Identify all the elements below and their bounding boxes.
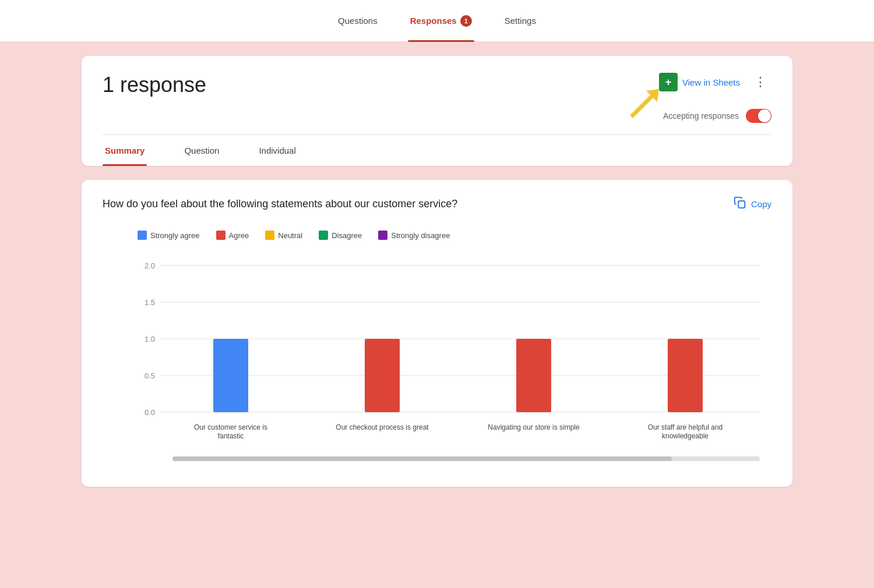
legend-disagree: Disagree — [319, 231, 362, 240]
legend-strongly-agree: Strongly agree — [138, 231, 200, 240]
legend-label-neutral: Neutral — [278, 231, 302, 240]
sub-tab-individual[interactable]: Individual — [256, 135, 298, 166]
question-text: How do you feel about the following stat… — [103, 196, 457, 212]
bar-3-label: Navigating our store is simple — [488, 423, 580, 431]
y-label-10: 1.0 — [145, 335, 155, 343]
sub-tab-summary[interactable]: Summary — [103, 135, 147, 166]
bar-2-agree — [365, 339, 400, 412]
question-card: How do you feel about the following stat… — [82, 180, 792, 487]
scrollbar-track[interactable] — [172, 456, 760, 461]
header-actions: + View in Sheets ⋮ — [659, 72, 771, 92]
legend-strongly-disagree: Strongly disagree — [378, 231, 450, 240]
sub-tab-individual-label: Individual — [259, 146, 295, 155]
response-header: 1 response + Vie — [103, 72, 771, 97]
y-label-20: 2.0 — [145, 261, 155, 270]
legend-label-strongly-agree: Strongly agree — [150, 231, 200, 240]
scrollbar-thumb — [172, 456, 672, 461]
chart-legend: Strongly agree Agree Neutral Disagree St… — [138, 231, 760, 240]
accepting-responses-row: Accepting responses — [103, 109, 771, 134]
tab-settings[interactable]: Settings — [502, 0, 538, 42]
more-options-button[interactable]: ⋮ — [749, 72, 771, 92]
response-count: 1 response — [103, 72, 206, 97]
arrow-annotation — [624, 86, 671, 123]
sub-tab-summary-label: Summary — [105, 146, 145, 155]
legend-agree: Agree — [216, 231, 249, 240]
legend-label-strongly-disagree: Strongly disagree — [391, 231, 450, 240]
accepting-responses-label: Accepting responses — [663, 111, 739, 121]
main-content: 1 response + Vie — [0, 42, 874, 501]
tab-responses-label: Responses — [410, 16, 457, 26]
legend-color-disagree — [319, 231, 328, 240]
copy-label: Copy — [751, 199, 771, 209]
y-label-05: 0.5 — [145, 371, 155, 380]
bar-2-label: Our checkout process is great — [336, 423, 429, 431]
chart-container: Strongly agree Agree Neutral Disagree St… — [103, 231, 771, 461]
chart-area: 0.0 0.5 1.0 1.5 2.0 Our customer service… — [138, 249, 760, 447]
svg-rect-2 — [738, 201, 745, 208]
responses-badge: 1 — [460, 15, 472, 27]
bar-1-strongly-agree — [213, 339, 248, 412]
top-navigation: Questions Responses 1 Settings — [0, 0, 874, 42]
legend-color-neutral — [265, 231, 274, 240]
legend-color-agree — [216, 231, 225, 240]
view-in-sheets-label: View in Sheets — [682, 77, 740, 87]
bar-3-agree — [516, 339, 551, 412]
toggle-thumb — [758, 109, 771, 122]
legend-color-strongly-agree — [138, 231, 147, 240]
tab-responses[interactable]: Responses 1 — [408, 0, 474, 42]
toggle-track — [746, 109, 771, 123]
arrow-icon — [624, 86, 671, 121]
question-header: How do you feel about the following stat… — [103, 196, 771, 212]
view-in-sheets-button[interactable]: + View in Sheets — [659, 73, 740, 91]
tab-questions[interactable]: Questions — [336, 0, 380, 42]
bar-1-label-line2: fantastic — [218, 432, 244, 440]
tab-settings-label: Settings — [505, 16, 536, 26]
bar-4-label-line2: knowledgeable — [662, 432, 709, 440]
svg-marker-1 — [630, 89, 659, 118]
copy-icon — [734, 196, 746, 212]
legend-label-disagree: Disagree — [332, 231, 362, 240]
bar-4-agree — [668, 339, 703, 412]
sub-tabs: Summary Question Individual — [103, 134, 771, 166]
copy-button[interactable]: Copy — [734, 196, 771, 212]
legend-neutral: Neutral — [265, 231, 302, 240]
sub-tab-question[interactable]: Question — [182, 135, 221, 166]
legend-color-strongly-disagree — [378, 231, 387, 240]
sub-tab-question-label: Question — [184, 146, 219, 155]
bar-4-label-line1: Our staff are helpful and — [648, 423, 723, 431]
legend-label-agree: Agree — [229, 231, 249, 240]
tab-questions-label: Questions — [338, 16, 378, 26]
bar-1-label-line1: Our customer service is — [194, 423, 267, 431]
y-label-0: 0.0 — [145, 408, 155, 417]
response-summary-card: 1 response + Vie — [82, 56, 792, 166]
y-label-15: 1.5 — [145, 298, 155, 307]
accepting-responses-toggle[interactable] — [746, 109, 771, 123]
bar-chart: 0.0 0.5 1.0 1.5 2.0 Our customer service… — [138, 249, 760, 447]
